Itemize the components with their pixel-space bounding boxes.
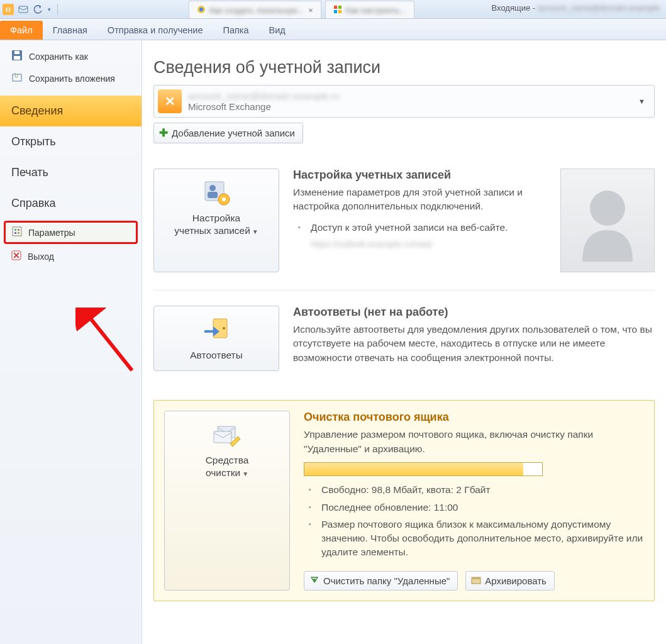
nav-save-as[interactable]: Сохранить как	[0, 45, 142, 67]
page-title: Сведения об учетной записи	[153, 58, 655, 77]
nav-label: Выход	[28, 252, 54, 262]
svg-rect-14	[14, 229, 16, 231]
account-settings-section: Настройка учетных записей▼ Настройка уче…	[153, 161, 655, 272]
nav-label: Печать	[11, 166, 48, 179]
tab-home[interactable]: Главная	[43, 21, 97, 40]
svg-rect-12	[13, 74, 21, 81]
button-label-line: Средства	[206, 455, 249, 465]
list-item: Последнее обновление: 11:00	[304, 499, 644, 516]
auto-reply-icon	[160, 315, 272, 344]
window-title: Входящие - account_name@domain.example	[492, 3, 660, 13]
button-label: Очистить папку "Удаленные"	[323, 575, 450, 586]
tab-label: Как создать локальную...	[209, 6, 304, 15]
svg-rect-7	[334, 10, 337, 13]
button-label: Автоответы	[160, 349, 272, 362]
owa-url-link[interactable]: https://outlook.example.ru/owa/	[311, 239, 433, 249]
archive-button[interactable]: Архивировать	[465, 571, 555, 591]
ribbon-tabs: Файл Главная Отправка и получение Папка …	[0, 19, 666, 40]
svg-rect-32	[472, 577, 480, 579]
window-title-prefix: Входящие -	[492, 3, 536, 13]
button-label-line: учетных записей	[174, 225, 250, 236]
plus-icon: ✚	[159, 126, 168, 140]
button-label: Добавление учетной записи	[172, 128, 295, 138]
svg-point-30	[313, 579, 316, 581]
section-title: Очистка почтового ящика	[304, 411, 644, 424]
nav-exit[interactable]: Выход	[0, 246, 142, 267]
annotation-arrow-icon	[75, 308, 151, 383]
add-account-button[interactable]: ✚ Добавление учетной записи	[153, 123, 303, 143]
svg-text:O: O	[6, 6, 11, 13]
qat-customize-icon[interactable]: ▾	[48, 6, 51, 13]
account-email: account_name@domain.example.ru	[188, 91, 340, 101]
svg-rect-2	[19, 6, 28, 13]
dropdown-caret-icon: ▼	[252, 228, 258, 235]
account-settings-icon	[160, 178, 272, 207]
backstage-content: Сведения об учетной записи ✕ account_nam…	[142, 40, 666, 644]
window-tab[interactable]: Как создать локальную... ×	[189, 1, 321, 18]
button-label-line: очистки	[206, 467, 240, 478]
recycle-icon	[309, 575, 319, 587]
svg-rect-8	[338, 10, 341, 13]
outlook-app-icon: O	[3, 4, 14, 15]
window-title-account: account_name@domain.example	[538, 3, 660, 13]
archive-icon	[471, 575, 481, 587]
undo-qat-icon[interactable]	[33, 4, 44, 15]
exit-icon	[11, 250, 21, 262]
auto-reply-button[interactable]: Автоответы	[153, 306, 279, 371]
tab-label: Как настроить...	[346, 6, 406, 15]
nav-info[interactable]: Сведения	[0, 96, 142, 126]
exchange-icon: ✕	[158, 89, 182, 113]
nav-label: Параметры	[28, 228, 75, 238]
chevron-down-icon: ▼	[638, 97, 645, 105]
save-icon	[11, 50, 23, 63]
nav-save-attachments[interactable]: Сохранить вложения	[0, 67, 142, 89]
button-label-line: Настройка	[192, 213, 240, 223]
empty-deleted-button[interactable]: Очистить папку "Удаленные"	[304, 571, 458, 591]
nav-print[interactable]: Печать	[0, 157, 142, 188]
close-tab-icon[interactable]: ×	[308, 6, 313, 15]
list-item: Свободно: 98,8 Мбайт, квота: 2 Гбайт	[304, 481, 644, 499]
separator	[57, 4, 58, 15]
attachment-icon	[11, 72, 23, 85]
svg-rect-5	[334, 6, 337, 9]
cleanup-icon	[171, 420, 283, 449]
cleanup-section-wrapper: Средства очистки▼ Очистка почтового ящик…	[153, 389, 655, 601]
account-selector[interactable]: ✕ account_name@domain.example.ru Microso…	[153, 85, 655, 118]
section-desc: Управление размером почтового ящика, вкл…	[304, 428, 644, 456]
account-settings-button[interactable]: Настройка учетных записей▼	[153, 169, 279, 272]
tab-folder[interactable]: Папка	[213, 21, 258, 40]
svg-rect-13	[13, 227, 21, 236]
window-tab[interactable]: Как настроить...	[325, 1, 414, 18]
win-icon	[333, 5, 342, 16]
svg-point-24	[222, 197, 226, 201]
quota-bar	[304, 462, 543, 476]
tab-send-receive[interactable]: Отправка и получение	[97, 21, 213, 40]
nav-label: Сохранить как	[29, 52, 88, 62]
title-bar: O ▾ Как создать локальную... × Как настр…	[0, 0, 666, 19]
nav-options[interactable]: Параметры	[4, 221, 138, 244]
nav-open[interactable]: Открыть	[0, 126, 142, 157]
dropdown-caret-icon: ▼	[242, 470, 248, 477]
tab-view[interactable]: Вид	[259, 21, 296, 40]
svg-rect-15	[18, 229, 19, 231]
svg-rect-17	[18, 232, 19, 234]
svg-rect-16	[14, 232, 16, 234]
nav-help[interactable]: Справка	[0, 188, 142, 219]
button-label: Архивировать	[485, 575, 547, 586]
section-title: Настройка учетных записей	[293, 169, 547, 182]
backstage-nav: Сохранить как Сохранить вложения Сведени…	[0, 40, 142, 644]
quota-fill	[304, 463, 523, 475]
svg-rect-29	[214, 431, 231, 443]
svg-rect-11	[14, 51, 19, 54]
svg-point-25	[590, 191, 625, 226]
svg-point-21	[209, 185, 216, 191]
send-receive-qat-icon[interactable]	[18, 4, 29, 15]
window-tabs: Как создать локальную... × Как настроить…	[189, 0, 418, 18]
nav-label: Сохранить вложения	[29, 74, 115, 84]
tab-file[interactable]: Файл	[0, 21, 43, 40]
options-icon	[12, 226, 22, 238]
account-type: Microsoft Exchange	[188, 101, 340, 112]
section-desc: Изменение параметров для этой учетной за…	[293, 186, 547, 214]
cleanup-panel: Средства очистки▼ Очистка почтового ящик…	[153, 400, 655, 601]
cleanup-tools-button[interactable]: Средства очистки▼	[164, 411, 290, 590]
